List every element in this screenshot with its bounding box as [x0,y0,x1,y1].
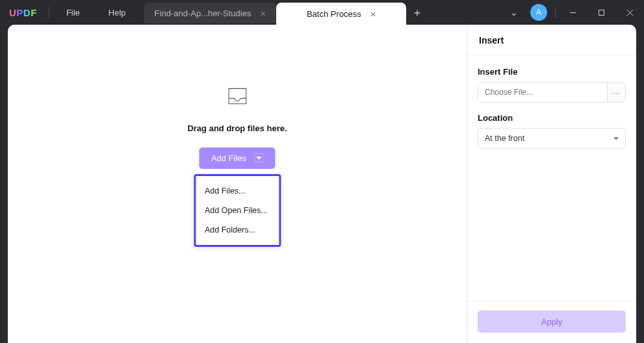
workspace: Drag and drop files here. Add Files Add … [8,25,636,343]
main-area: Drag and drop files here. Add Files Add … [8,25,467,343]
app-logo: U P D F [9,7,37,18]
add-files-button[interactable]: Add Files [200,147,275,169]
inbox-icon [224,83,250,112]
title-bar: U P D F File Help Find-and-Ap...her-Stud… [0,0,644,25]
apply-button[interactable]: Apply [478,311,626,333]
menu-help[interactable]: Help [94,0,140,25]
menu-add-files[interactable]: Add Files... [196,181,279,201]
location-value: At the front [485,134,524,143]
minimize-button[interactable] [558,0,587,25]
avatar[interactable]: A [530,4,547,21]
location-select[interactable]: At the front [478,128,626,149]
dropzone[interactable]: Drag and drop files here. Add Files Add … [187,83,287,247]
location-label: Location [478,113,626,123]
insert-file-label: Insert File [478,67,626,77]
menu-add-folders[interactable]: Add Folders... [196,220,279,240]
close-icon[interactable]: × [370,9,376,19]
add-files-label: Add Files [211,153,246,163]
tab-document[interactable]: Find-and-Ap...her-Studies × [144,3,277,23]
add-files-dropdown: Add Files... Add Open Files... Add Folde… [194,174,281,247]
menu-add-open-files[interactable]: Add Open Files... [196,201,279,220]
tab-strip: Find-and-Ap...her-Studies × Batch Proces… [144,0,429,25]
divider [49,6,49,18]
logo-letter: F [31,7,37,18]
panel-footer: Apply [467,301,636,343]
new-tab-button[interactable]: ＋ [406,0,428,25]
browse-button[interactable]: ··· [607,83,625,102]
close-button[interactable] [615,0,644,25]
svg-rect-1 [599,10,604,15]
logo-letter: P [16,7,23,18]
logo-letter: U [9,7,16,18]
panel-title: Insert [467,25,636,55]
tab-batch-process[interactable]: Batch Process × [276,3,406,25]
tab-label: Find-and-Ap...her-Studies [155,8,251,18]
close-icon[interactable]: × [260,8,266,18]
file-input[interactable] [478,83,607,102]
side-panel: Insert Insert File ··· Location At the f… [467,25,636,343]
titlebar-right: ⌄ A [503,0,644,25]
chevron-down-icon[interactable]: ⌄ [503,7,525,18]
logo-letter: D [23,7,31,18]
dropzone-text: Drag and drop files here. [187,123,287,133]
file-chooser: ··· [478,82,626,103]
menu-file[interactable]: File [52,0,94,25]
dropdown-caret-icon [254,153,263,162]
tab-label: Batch Process [307,9,361,19]
divider [555,6,556,18]
maximize-button[interactable] [587,0,615,25]
panel-body: Insert File ··· Location At the front [467,55,636,301]
